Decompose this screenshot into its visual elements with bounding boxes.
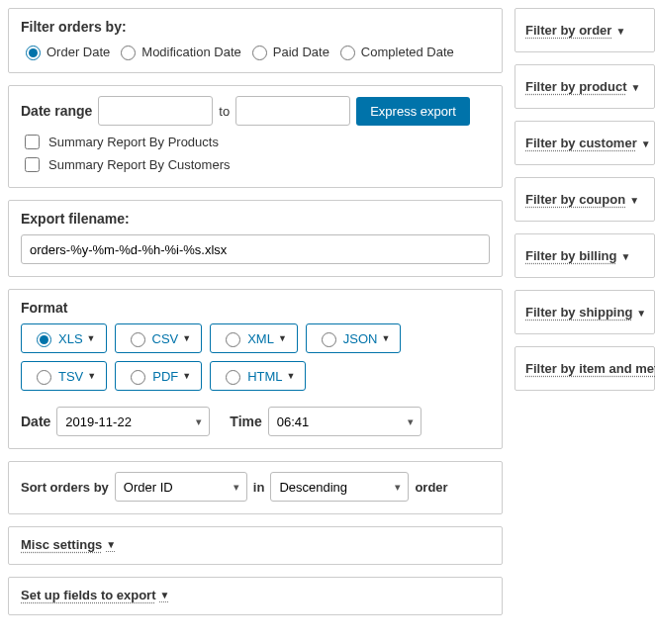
caret-down-icon: ▼ <box>87 371 96 381</box>
format-pdf[interactable]: PDF▼ <box>115 361 202 391</box>
format-heading: Format <box>21 300 490 316</box>
format-json[interactable]: JSON▼ <box>306 323 402 353</box>
time-label: Time <box>230 414 261 429</box>
side-filter-coupon[interactable]: Filter by coupon▼ <box>515 177 655 222</box>
sort-field-select[interactable]: Order ID <box>115 472 247 502</box>
date-time-row: Date 2019-11-22 Time 06:41 <box>21 407 490 436</box>
sidebar: Filter by order▼ Filter by product▼ Filt… <box>515 8 655 391</box>
radio-paid-date-input[interactable] <box>252 46 267 60</box>
format-csv[interactable]: CSV▼ <box>115 323 203 353</box>
radio-order-date[interactable]: Order Date <box>21 43 110 60</box>
side-filter-product[interactable]: Filter by product▼ <box>515 64 655 109</box>
caret-down-icon: ▼ <box>620 251 630 262</box>
date-range-panel: Date range to Express export Summary Rep… <box>8 85 503 188</box>
caret-down-icon: ▼ <box>87 333 96 343</box>
caret-down-icon: ▼ <box>182 371 191 381</box>
sort-label: Sort orders by <box>21 480 109 495</box>
sort-field-wrap[interactable]: Order ID <box>115 472 247 502</box>
radio-modification-date[interactable]: Modification Date <box>116 43 240 60</box>
caret-down-icon: ▼ <box>636 308 646 319</box>
caret-down-icon: ▼ <box>160 590 170 600</box>
radio-completed-date-input[interactable] <box>340 46 355 60</box>
misc-settings-toggle[interactable]: Misc settings▼ <box>21 537 116 552</box>
misc-settings-panel[interactable]: Misc settings▼ <box>8 526 503 565</box>
caret-down-icon: ▼ <box>182 333 191 343</box>
format-html[interactable]: HTML▼ <box>210 361 306 391</box>
radio-paid-date[interactable]: Paid Date <box>247 43 329 60</box>
summary-products-checkbox[interactable] <box>25 135 40 149</box>
caret-down-icon: ▼ <box>615 26 625 37</box>
time-select-wrap[interactable]: 06:41 <box>268 407 421 436</box>
express-export-button[interactable]: Express export <box>356 97 470 126</box>
setup-fields-toggle[interactable]: Set up fields to export▼ <box>21 588 169 602</box>
filter-orders-heading: Filter orders by: <box>21 19 490 35</box>
format-tsv[interactable]: TSV▼ <box>21 361 107 391</box>
date-to-label: to <box>219 104 230 119</box>
caret-down-icon: ▼ <box>641 138 651 149</box>
side-filter-item-meta[interactable]: Filter by item and meta <box>515 346 655 391</box>
side-filter-shipping[interactable]: Filter by shipping▼ <box>515 290 655 334</box>
format-panel: Format XLS▼ CSV▼ XML▼ JSON▼ TSV▼ PDF▼ HT… <box>8 289 503 449</box>
sort-order-label: order <box>415 480 447 495</box>
filter-orders-panel: Filter orders by: Order Date Modificatio… <box>8 8 503 73</box>
caret-down-icon: ▼ <box>106 539 116 550</box>
summary-products-row[interactable]: Summary Report By Products <box>21 132 490 152</box>
filter-orders-radios: Order Date Modification Date Paid Date C… <box>21 43 490 60</box>
format-options: XLS▼ CSV▼ XML▼ JSON▼ TSV▼ PDF▼ HTML▼ <box>21 323 490 391</box>
date-to-input[interactable] <box>235 96 350 126</box>
summary-customers-checkbox[interactable] <box>25 157 40 172</box>
side-filter-customer[interactable]: Filter by customer▼ <box>515 121 655 165</box>
radio-order-date-input[interactable] <box>26 46 41 60</box>
sort-in-label: in <box>253 480 265 495</box>
side-filter-billing[interactable]: Filter by billing▼ <box>515 233 655 278</box>
sort-dir-select[interactable]: Descending <box>270 472 409 502</box>
caret-down-icon: ▼ <box>381 333 390 343</box>
sort-dir-wrap[interactable]: Descending <box>270 472 409 502</box>
summary-customers-row[interactable]: Summary Report By Customers <box>21 154 490 175</box>
time-select[interactable]: 06:41 <box>268 407 421 436</box>
format-xml[interactable]: XML▼ <box>210 323 298 353</box>
export-filename-heading: Export filename: <box>21 211 490 227</box>
caret-down-icon: ▼ <box>629 195 639 206</box>
setup-fields-panel[interactable]: Set up fields to export▼ <box>8 577 503 615</box>
export-filename-panel: Export filename: <box>8 200 503 277</box>
date-range-row: Date range to Express export <box>21 96 490 126</box>
sort-panel: Sort orders by Order ID in Descending or… <box>8 461 503 514</box>
date-select-wrap[interactable]: 2019-11-22 <box>56 407 210 436</box>
side-filter-order[interactable]: Filter by order▼ <box>515 8 655 52</box>
date-select[interactable]: 2019-11-22 <box>56 407 210 436</box>
radio-modification-date-input[interactable] <box>121 46 136 60</box>
date-label: Date <box>21 414 50 429</box>
caret-down-icon: ▼ <box>631 82 641 93</box>
export-filename-input[interactable] <box>21 234 490 264</box>
date-range-label: Date range <box>21 103 92 119</box>
caret-down-icon: ▼ <box>287 371 296 381</box>
format-xls[interactable]: XLS▼ <box>21 323 107 353</box>
radio-completed-date[interactable]: Completed Date <box>335 43 454 60</box>
date-from-input[interactable] <box>98 96 213 126</box>
caret-down-icon: ▼ <box>278 333 287 343</box>
